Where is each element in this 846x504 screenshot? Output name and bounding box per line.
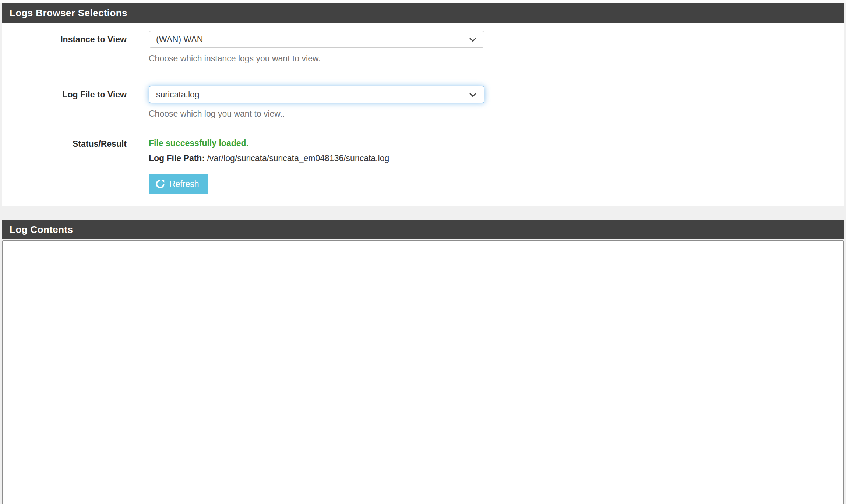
log-contents-title: Log Contents <box>10 224 73 235</box>
logfile-row: Log File to View suricata.log Choose whi… <box>2 71 844 125</box>
instance-select[interactable]: (WAN) WAN <box>149 31 484 48</box>
log-file-path-line: Log File Path: /var/log/suricata/suricat… <box>149 153 844 163</box>
instance-help-text: Choose which instance logs you want to v… <box>149 54 844 64</box>
panel-gap <box>0 206 846 220</box>
status-control-column: File successfully loaded. Log File Path:… <box>149 138 844 194</box>
refresh-button-label: Refresh <box>169 179 199 189</box>
instance-select-value: (WAN) WAN <box>156 35 203 45</box>
status-row: Status/Result File successfully loaded. … <box>2 125 844 206</box>
logfile-select-value: suricata.log <box>156 90 200 100</box>
log-file-path-label: Log File Path: <box>149 153 205 163</box>
log-file-path-value: /var/log/suricata/suricata_em048136/suri… <box>205 153 389 163</box>
instance-control-column: (WAN) WAN Choose which instance logs you… <box>149 31 844 64</box>
logs-browser-selections-panel: Logs Browser Selections Instance to View… <box>2 3 844 206</box>
logfile-control-column: suricata.log Choose which log you want t… <box>149 86 844 119</box>
instance-row: Instance to View (WAN) WAN Choose which … <box>2 23 844 71</box>
selections-panel-body: Instance to View (WAN) WAN Choose which … <box>2 23 844 206</box>
selections-panel-heading: Logs Browser Selections <box>2 3 844 23</box>
status-result-label: Status/Result <box>2 138 127 194</box>
selections-panel-title: Logs Browser Selections <box>10 7 127 19</box>
log-contents-heading: Log Contents <box>2 220 844 239</box>
chevron-down-icon <box>469 35 476 42</box>
log-file-to-view-label: Log File to View <box>2 86 127 119</box>
refresh-button[interactable]: Refresh <box>149 174 208 194</box>
logfile-help-text: Choose which log you want to view.. <box>149 109 844 119</box>
page-top-strip <box>0 0 846 3</box>
instance-to-view-label: Instance to View <box>2 31 127 64</box>
refresh-icon <box>155 179 165 189</box>
chevron-down-icon <box>469 90 476 97</box>
log-contents-textarea[interactable] <box>2 240 844 504</box>
status-message: File successfully loaded. <box>149 138 844 148</box>
logfile-select[interactable]: suricata.log <box>149 86 484 103</box>
log-contents-panel: Log Contents <box>2 220 844 504</box>
